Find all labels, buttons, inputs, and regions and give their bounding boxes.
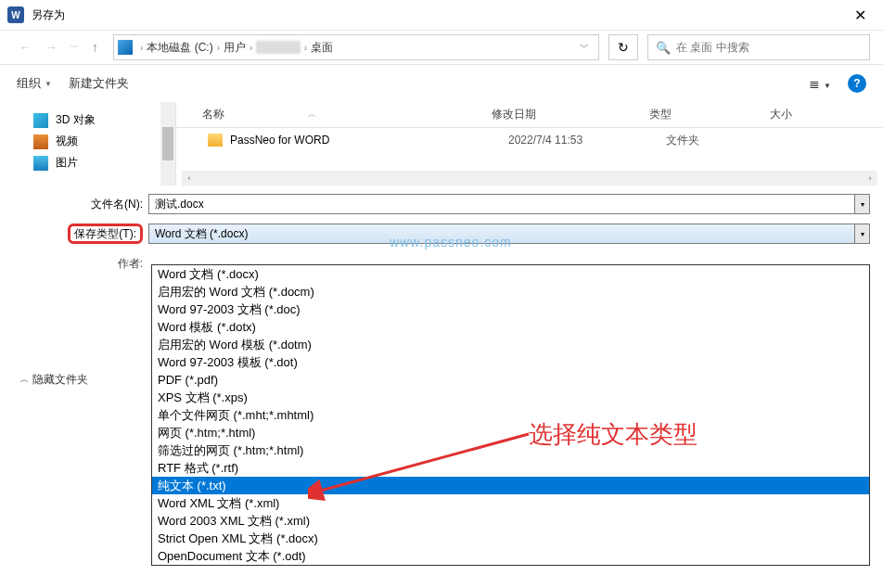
breadcrumb-item-redacted[interactable]: user xyxy=(256,41,300,54)
breadcrumb-item[interactable]: 桌面 xyxy=(311,40,333,56)
column-size-header[interactable]: 大小 xyxy=(770,107,825,122)
chevron-right-icon: › xyxy=(140,43,143,53)
savetype-option[interactable]: Word XML 文档 (*.xml) xyxy=(152,494,869,512)
hide-folders-label: 隐藏文件夹 xyxy=(32,372,88,388)
breadcrumb-dropdown-icon[interactable]: ﹀ xyxy=(574,41,595,54)
chevron-right-icon: › xyxy=(217,43,220,53)
filename-input[interactable] xyxy=(148,194,855,214)
up-button[interactable]: ↑ xyxy=(86,36,104,58)
column-type-header[interactable]: 类型 xyxy=(649,107,770,122)
file-row[interactable]: PassNeo for WORD 2022/7/4 11:53 文件夹 xyxy=(176,128,883,152)
savetype-option[interactable]: 网页 (*.htm;*.html) xyxy=(152,424,869,441)
organize-label: 组织 xyxy=(17,75,41,92)
savetype-combo[interactable] xyxy=(148,224,855,244)
author-label: 作者: xyxy=(13,256,148,272)
savetype-dropdown-button[interactable]: ▾ xyxy=(855,224,870,244)
savetype-option[interactable]: Word 2003 XML 文档 (*.xml) xyxy=(152,512,869,530)
save-form: 文件名(N): ▾ 保存类型(T): ▾ 作者: xyxy=(0,185,883,276)
savetype-option[interactable]: 单个文件网页 (*.mht;*.mhtml) xyxy=(152,406,869,424)
videos-icon xyxy=(33,134,48,149)
refresh-button[interactable]: ↻ xyxy=(608,34,638,60)
sidebar-item-label: 3D 对象 xyxy=(56,112,96,128)
sidebar-item-3d[interactable]: 3D 对象 xyxy=(33,109,175,131)
scroll-left-icon[interactable]: ‹ xyxy=(182,171,197,185)
savetype-option[interactable]: PDF (*.pdf) xyxy=(152,371,869,389)
sort-indicator-icon: ︿ xyxy=(308,109,316,121)
chevron-right-icon: › xyxy=(250,43,252,53)
savetype-option[interactable]: OpenDocument 文本 (*.odt) xyxy=(152,547,869,565)
titlebar: W 另存为 ✕ xyxy=(0,0,883,30)
filename-label: 文件名(N): xyxy=(13,197,148,212)
breadcrumb-item[interactable]: 本地磁盘 (C:) xyxy=(147,40,212,56)
view-options-button[interactable]: ≣ ▼ xyxy=(809,76,831,91)
3d-objects-icon xyxy=(33,113,48,128)
savetype-dropdown-list[interactable]: Word 文档 (*.docx)启用宏的 Word 文档 (*.docm)Wor… xyxy=(151,264,870,566)
savetype-label-wrapper: 保存类型(T): xyxy=(13,226,148,242)
savetype-option[interactable]: 筛选过的网页 (*.htm;*.html) xyxy=(152,441,869,459)
file-date: 2022/7/4 11:53 xyxy=(508,134,666,147)
new-folder-button[interactable]: 新建文件夹 xyxy=(69,75,129,92)
file-type: 文件夹 xyxy=(666,133,787,148)
drive-icon xyxy=(118,40,133,55)
savetype-option[interactable]: 启用宏的 Word 文档 (*.docm) xyxy=(152,283,869,300)
sidebar-item-label: 视频 xyxy=(56,134,78,149)
horizontal-scrollbar[interactable]: ‹ › xyxy=(182,171,877,185)
savetype-option[interactable]: Word 97-2003 模板 (*.dot) xyxy=(152,353,869,371)
sidebar-item-videos[interactable]: 视频 xyxy=(33,131,175,152)
filename-dropdown-button[interactable]: ▾ xyxy=(855,194,870,214)
savetype-option[interactable]: XPS 文档 (*.xps) xyxy=(152,389,869,406)
search-box[interactable]: 🔍 xyxy=(647,34,870,60)
hide-folders-toggle[interactable]: ︿ 隐藏文件夹 xyxy=(20,372,88,388)
savetype-option[interactable]: Strict Open XML 文档 (*.docx) xyxy=(152,530,869,547)
file-name: PassNeo for WORD xyxy=(230,134,508,147)
search-icon: 🔍 xyxy=(656,41,671,55)
back-button[interactable]: ← xyxy=(13,36,37,58)
chevron-down-icon: ▼ xyxy=(45,80,52,88)
main-area: 3D 对象 视频 图片 名称 ︿ 修改日期 类型 大小 PassNeo for … xyxy=(0,102,883,185)
savetype-option[interactable]: 纯文本 (*.txt) xyxy=(152,477,869,494)
savetype-option[interactable]: Word 模板 (*.dotx) xyxy=(152,318,869,336)
chevron-up-icon: ︿ xyxy=(20,374,29,386)
file-list-header: 名称 ︿ 修改日期 类型 大小 xyxy=(176,102,883,128)
breadcrumb-item[interactable]: 用户 xyxy=(224,40,246,56)
recent-dropdown-button[interactable]: ﹀ xyxy=(65,38,84,58)
search-input[interactable] xyxy=(676,41,862,54)
window-title: 另存为 xyxy=(32,7,65,23)
navbar: ← → ﹀ ↑ › 本地磁盘 (C:) › 用户 › user › 桌面 ﹀ ↻… xyxy=(0,30,883,65)
organize-button[interactable]: 组织 ▼ xyxy=(17,75,52,92)
folder-icon xyxy=(208,134,223,147)
scroll-right-icon[interactable]: › xyxy=(863,171,877,185)
file-list-area: 名称 ︿ 修改日期 类型 大小 PassNeo for WORD 2022/7/… xyxy=(176,102,883,185)
breadcrumb[interactable]: › 本地磁盘 (C:) › 用户 › user › 桌面 ﹀ xyxy=(113,34,599,60)
savetype-option[interactable]: RTF 格式 (*.rtf) xyxy=(152,459,869,477)
forward-button[interactable]: → xyxy=(39,36,63,58)
column-name-header[interactable]: 名称 ︿ xyxy=(176,107,492,122)
savetype-option[interactable]: 启用宏的 Word 模板 (*.dotm) xyxy=(152,336,869,353)
pictures-icon xyxy=(33,156,48,171)
sidebar: 3D 对象 视频 图片 xyxy=(0,102,176,185)
help-button[interactable]: ? xyxy=(848,74,866,93)
chevron-right-icon: › xyxy=(304,43,307,53)
sidebar-item-label: 图片 xyxy=(56,155,78,171)
sidebar-scrollbar[interactable] xyxy=(160,102,175,185)
savetype-option[interactable]: Word 97-2003 文档 (*.doc) xyxy=(152,300,869,318)
savetype-option[interactable]: Word 文档 (*.docx) xyxy=(152,265,869,283)
column-date-header[interactable]: 修改日期 xyxy=(492,107,649,122)
close-button[interactable]: ✕ xyxy=(845,3,876,28)
savetype-label: 保存类型(T): xyxy=(68,224,143,244)
word-app-icon: W xyxy=(7,6,24,23)
column-name-label: 名称 xyxy=(202,107,224,122)
scrollbar-thumb[interactable] xyxy=(162,127,173,160)
toolbar: 组织 ▼ 新建文件夹 ≣ ▼ ? xyxy=(0,65,883,102)
sidebar-item-pictures[interactable]: 图片 xyxy=(33,152,175,173)
